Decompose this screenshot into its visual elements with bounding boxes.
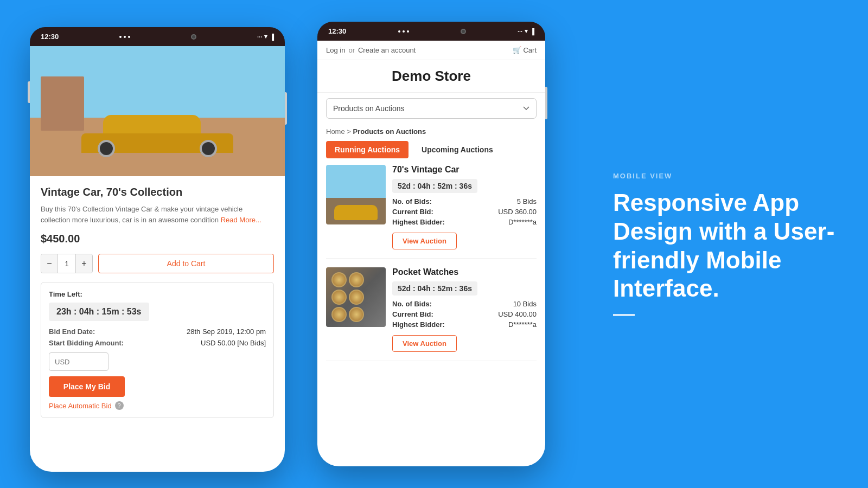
wifi-right-icon: ▾: [525, 28, 528, 35]
highest-bidder-value-1: D*******a: [508, 320, 537, 329]
current-bid-value-0: USD 360.00: [498, 208, 537, 216]
car-wheel-left: [98, 140, 115, 157]
highest-bidder-value-0: D*******a: [508, 218, 537, 226]
car-illustration: [81, 115, 233, 153]
bid-end-label: Bid End Date:: [49, 328, 95, 336]
auction-item-1: Pocket Watches 52d : 04h : 52m : 36s No.…: [326, 267, 537, 361]
auction-timer-1: 52d : 04h : 52m : 36s: [392, 281, 477, 296]
view-auction-button-1[interactable]: View Auction: [392, 335, 457, 352]
auction-thumb-watches: [326, 267, 386, 327]
watches-cluster: [326, 267, 386, 327]
store-title: Demo Store: [325, 68, 538, 85]
product-image: [30, 46, 285, 176]
auction-timer-0: 52d : 04h : 52m : 36s: [392, 179, 477, 193]
auction-item-0: 70's Vintage Car 52d : 04h : 52m : 36s N…: [326, 165, 537, 259]
current-bid-row-1: Current Bid: USD 400.00: [392, 310, 537, 318]
signal-icon: ···: [257, 34, 262, 40]
car-top: [103, 115, 201, 134]
breadcrumb-home[interactable]: Home: [326, 127, 345, 136]
front-camera-left: [191, 34, 196, 40]
product-info: Vintage Car, 70's Collection Buy this 70…: [30, 176, 285, 428]
auction-info-1: Pocket Watches 52d : 04h : 52m : 36s No.…: [392, 267, 537, 352]
highest-bidder-row-0: Highest Bidder: D*******a: [392, 218, 537, 226]
quantity-input[interactable]: [58, 254, 76, 273]
thumb-car-shape: [334, 205, 378, 220]
bid-end-row: Bid End Date: 28th Sep 2019, 12:00 pm: [49, 328, 266, 336]
car-thumb-bg: [326, 165, 386, 224]
status-time-right: 12:30: [328, 27, 346, 35]
start-bid-row: Start Bidding Amount: USD 50.00 [No Bids…: [49, 339, 266, 347]
auction-list: 70's Vintage Car 52d : 04h : 52m : 36s N…: [317, 165, 545, 361]
bid-amount-input[interactable]: [49, 352, 108, 371]
car-wheel-right: [200, 140, 217, 157]
cart-icon: 🛒: [513, 46, 521, 54]
bid-end-value: 28th Sep 2019, 12:00 pm: [187, 328, 266, 336]
battery-right-icon: ▐: [530, 28, 534, 35]
login-link[interactable]: Log in: [326, 46, 345, 54]
phone-side-btn-right: [285, 92, 287, 125]
highest-bidder-label-1: Highest Bidder:: [392, 320, 445, 329]
tab-upcoming-auctions[interactable]: Upcoming Auctions: [413, 141, 502, 158]
cart-label: Cart: [523, 46, 537, 54]
or-text: or: [348, 46, 355, 54]
qty-minus-button[interactable]: −: [41, 254, 58, 273]
headline: Responsive App Design with a User-friend…: [613, 189, 835, 303]
product-title: Vintage Car, 70's Collection: [41, 186, 274, 198]
auction-category-select[interactable]: Products on Auctions: [326, 98, 537, 119]
quantity-control[interactable]: − +: [41, 254, 93, 273]
watches-thumb-bg: [326, 267, 386, 327]
auction-thumb-car: [326, 165, 386, 224]
product-description: Buy this 70's Collection Vintage Car & m…: [41, 204, 274, 225]
tab-running-auctions[interactable]: Running Auctions: [326, 141, 409, 158]
wifi-icon: ▾: [264, 33, 267, 40]
auction-name-1: Pocket Watches: [392, 267, 537, 277]
start-bid-value: USD 50.00 [No Bids]: [201, 339, 266, 347]
highest-bidder-row-1: Highest Bidder: D*******a: [392, 320, 537, 329]
bids-label-1: No. of Bids:: [392, 300, 432, 308]
read-more-link[interactable]: Read More...: [221, 216, 261, 224]
signal-right-icon: ···: [518, 28, 522, 35]
add-to-cart-row: − + Add to Cart: [41, 254, 274, 273]
battery-icon: ▐: [270, 34, 274, 40]
status-time-left: 12:30: [41, 33, 59, 41]
breadcrumb-current: Products on Auctions: [353, 127, 426, 136]
auction-info-0: 70's Vintage Car 52d : 04h : 52m : 36s N…: [392, 165, 537, 249]
product-price: $450.00: [41, 233, 274, 245]
bids-label-0: No. of Bids:: [392, 197, 432, 206]
auto-bid-link[interactable]: Place Automatic Bid: [49, 402, 112, 410]
start-bid-label: Start Bidding Amount:: [49, 339, 124, 347]
add-to-cart-button[interactable]: Add to Cart: [98, 254, 274, 273]
current-bid-row-0: Current Bid: USD 360.00: [392, 208, 537, 216]
bids-row-0: No. of Bids: 5 Bids: [392, 197, 537, 206]
auto-bid-info-icon: ?: [115, 401, 124, 410]
cart-link[interactable]: 🛒 Cart: [513, 46, 537, 54]
right-panel: MOBILE VIEW Responsive App Design with a…: [580, 150, 868, 337]
status-icons-left: ··· ▾ ▐: [257, 33, 274, 40]
store-nav: Log in or Create an account 🛒 Cart: [317, 41, 545, 60]
highest-bidder-label-0: Highest Bidder:: [392, 218, 445, 226]
building-shape: [41, 76, 84, 131]
bid-section: Time Left: 23h : 04h : 15m : 53s Bid End…: [41, 282, 274, 418]
headline-divider: [613, 314, 635, 316]
phone-right: 12:30 ··· ▾ ▐ Log in or Create an accoun…: [317, 22, 545, 466]
place-bid-button[interactable]: Place My Bid: [49, 376, 125, 397]
view-auction-button-0[interactable]: View Auction: [392, 233, 457, 249]
status-bar-right: 12:30 ··· ▾ ▐: [317, 22, 545, 41]
status-dots: [119, 36, 130, 38]
phone-left: 12:30 ··· ▾ ▐ Vintage Car, 7: [30, 27, 285, 472]
bids-value-1: 10 Bids: [513, 300, 537, 308]
current-bid-label-1: Current Bid:: [392, 310, 433, 318]
mobile-view-label: MOBILE VIEW: [613, 172, 835, 180]
qty-plus-button[interactable]: +: [76, 254, 92, 273]
phone-left-content: Vintage Car, 70's Collection Buy this 70…: [30, 46, 285, 428]
store-title-bar: Demo Store: [317, 60, 545, 93]
dot1: [119, 36, 122, 38]
bids-value-0: 5 Bids: [517, 197, 537, 206]
status-dots-right: [398, 30, 409, 33]
current-bid-label-0: Current Bid:: [392, 208, 433, 216]
breadcrumb-separator: >: [347, 127, 351, 136]
bid-input-row: [49, 352, 266, 371]
create-account-link[interactable]: Create an account: [358, 46, 416, 54]
status-bar-left: 12:30 ··· ▾ ▐: [30, 27, 285, 46]
current-bid-value-1: USD 400.00: [498, 310, 537, 318]
